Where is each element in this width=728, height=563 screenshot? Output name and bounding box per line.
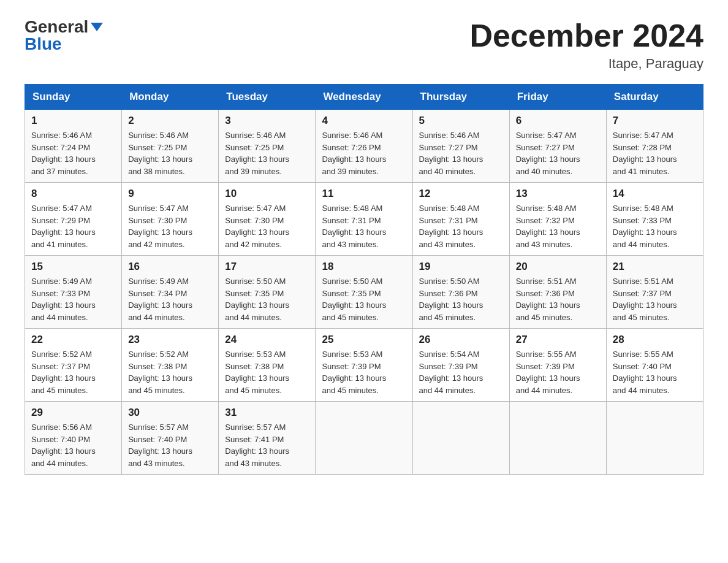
calendar-cell: 27Sunrise: 5:55 AMSunset: 7:39 PMDayligh… [509, 329, 606, 402]
day-number: 21 [613, 261, 697, 273]
day-info: Sunrise: 5:46 AMSunset: 7:27 PMDaylight:… [419, 129, 503, 177]
week-row-3: 15Sunrise: 5:49 AMSunset: 7:33 PMDayligh… [25, 256, 703, 329]
calendar-cell: 18Sunrise: 5:50 AMSunset: 7:35 PMDayligh… [316, 256, 412, 329]
logo-blue-text: Blue [25, 36, 62, 53]
weekday-header-friday: Friday [509, 85, 606, 110]
day-number: 31 [225, 407, 309, 419]
day-number: 6 [516, 115, 600, 127]
calendar-cell: 6Sunrise: 5:47 AMSunset: 7:27 PMDaylight… [509, 110, 606, 183]
day-number: 7 [613, 115, 697, 127]
day-number: 22 [31, 334, 115, 346]
calendar-cell [412, 402, 509, 475]
calendar-cell: 2Sunrise: 5:46 AMSunset: 7:25 PMDaylight… [122, 110, 219, 183]
day-info: Sunrise: 5:46 AMSunset: 7:26 PMDaylight:… [322, 129, 406, 177]
calendar-cell: 12Sunrise: 5:48 AMSunset: 7:31 PMDayligh… [412, 183, 509, 256]
day-number: 23 [128, 334, 212, 346]
day-info: Sunrise: 5:48 AMSunset: 7:33 PMDaylight:… [613, 202, 697, 250]
day-info: Sunrise: 5:52 AMSunset: 7:37 PMDaylight:… [31, 348, 115, 396]
weekday-header-sunday: Sunday [25, 85, 122, 110]
calendar-cell: 19Sunrise: 5:50 AMSunset: 7:36 PMDayligh… [412, 256, 509, 329]
week-row-2: 8Sunrise: 5:47 AMSunset: 7:29 PMDaylight… [25, 183, 703, 256]
day-number: 10 [225, 188, 309, 200]
page-header: General Blue December 2024 Itape, Paragu… [25, 18, 703, 72]
calendar-cell [509, 402, 606, 475]
day-number: 11 [322, 188, 406, 200]
calendar-cell: 16Sunrise: 5:49 AMSunset: 7:34 PMDayligh… [122, 256, 219, 329]
logo-general-text: General [25, 18, 88, 36]
weekday-header-monday: Monday [122, 85, 219, 110]
day-info: Sunrise: 5:47 AMSunset: 7:28 PMDaylight:… [613, 129, 697, 177]
day-info: Sunrise: 5:53 AMSunset: 7:38 PMDaylight:… [225, 348, 309, 396]
day-info: Sunrise: 5:50 AMSunset: 7:35 PMDaylight:… [225, 275, 309, 323]
day-info: Sunrise: 5:51 AMSunset: 7:37 PMDaylight:… [613, 275, 697, 323]
week-row-5: 29Sunrise: 5:56 AMSunset: 7:40 PMDayligh… [25, 402, 703, 475]
day-info: Sunrise: 5:46 AMSunset: 7:25 PMDaylight:… [128, 129, 212, 177]
calendar-cell: 21Sunrise: 5:51 AMSunset: 7:37 PMDayligh… [606, 256, 703, 329]
day-info: Sunrise: 5:56 AMSunset: 7:40 PMDaylight:… [31, 421, 115, 469]
day-info: Sunrise: 5:47 AMSunset: 7:29 PMDaylight:… [31, 202, 115, 250]
day-number: 17 [225, 261, 309, 273]
calendar-cell: 14Sunrise: 5:48 AMSunset: 7:33 PMDayligh… [606, 183, 703, 256]
day-number: 29 [31, 407, 115, 419]
day-number: 20 [516, 261, 600, 273]
day-number: 8 [31, 188, 115, 200]
calendar-cell: 10Sunrise: 5:47 AMSunset: 7:30 PMDayligh… [219, 183, 316, 256]
day-number: 18 [322, 261, 406, 273]
day-number: 30 [128, 407, 212, 419]
calendar-cell: 15Sunrise: 5:49 AMSunset: 7:33 PMDayligh… [25, 256, 122, 329]
calendar-cell: 5Sunrise: 5:46 AMSunset: 7:27 PMDaylight… [412, 110, 509, 183]
weekday-header-saturday: Saturday [606, 85, 703, 110]
day-info: Sunrise: 5:47 AMSunset: 7:27 PMDaylight:… [516, 129, 600, 177]
calendar-cell: 22Sunrise: 5:52 AMSunset: 7:37 PMDayligh… [25, 329, 122, 402]
calendar-table: SundayMondayTuesdayWednesdayThursdayFrid… [25, 84, 703, 475]
logo: General Blue [25, 18, 103, 53]
day-info: Sunrise: 5:55 AMSunset: 7:40 PMDaylight:… [613, 348, 697, 396]
calendar-cell: 24Sunrise: 5:53 AMSunset: 7:38 PMDayligh… [219, 329, 316, 402]
day-info: Sunrise: 5:48 AMSunset: 7:31 PMDaylight:… [322, 202, 406, 250]
day-info: Sunrise: 5:46 AMSunset: 7:25 PMDaylight:… [225, 129, 309, 177]
day-info: Sunrise: 5:49 AMSunset: 7:33 PMDaylight:… [31, 275, 115, 323]
day-number: 24 [225, 334, 309, 346]
day-number: 16 [128, 261, 212, 273]
weekday-header-thursday: Thursday [412, 85, 509, 110]
week-row-1: 1Sunrise: 5:46 AMSunset: 7:24 PMDaylight… [25, 110, 703, 183]
day-info: Sunrise: 5:52 AMSunset: 7:38 PMDaylight:… [128, 348, 212, 396]
day-info: Sunrise: 5:47 AMSunset: 7:30 PMDaylight:… [225, 202, 309, 250]
calendar-cell: 17Sunrise: 5:50 AMSunset: 7:35 PMDayligh… [219, 256, 316, 329]
calendar-cell: 28Sunrise: 5:55 AMSunset: 7:40 PMDayligh… [606, 329, 703, 402]
calendar-cell: 9Sunrise: 5:47 AMSunset: 7:30 PMDaylight… [122, 183, 219, 256]
day-number: 19 [419, 261, 503, 273]
calendar-cell: 3Sunrise: 5:46 AMSunset: 7:25 PMDaylight… [219, 110, 316, 183]
day-number: 13 [516, 188, 600, 200]
day-number: 14 [613, 188, 697, 200]
calendar-cell [316, 402, 412, 475]
calendar-cell: 29Sunrise: 5:56 AMSunset: 7:40 PMDayligh… [25, 402, 122, 475]
calendar-cell: 1Sunrise: 5:46 AMSunset: 7:24 PMDaylight… [25, 110, 122, 183]
calendar-cell: 30Sunrise: 5:57 AMSunset: 7:40 PMDayligh… [122, 402, 219, 475]
day-info: Sunrise: 5:55 AMSunset: 7:39 PMDaylight:… [516, 348, 600, 396]
calendar-cell: 4Sunrise: 5:46 AMSunset: 7:26 PMDaylight… [316, 110, 412, 183]
day-info: Sunrise: 5:51 AMSunset: 7:36 PMDaylight:… [516, 275, 600, 323]
day-number: 27 [516, 334, 600, 346]
calendar-cell: 20Sunrise: 5:51 AMSunset: 7:36 PMDayligh… [509, 256, 606, 329]
calendar-cell: 13Sunrise: 5:48 AMSunset: 7:32 PMDayligh… [509, 183, 606, 256]
header-right: December 2024 Itape, Paraguay [469, 18, 703, 72]
month-title: December 2024 [469, 18, 703, 53]
day-number: 26 [419, 334, 503, 346]
day-number: 15 [31, 261, 115, 273]
calendar-cell: 31Sunrise: 5:57 AMSunset: 7:41 PMDayligh… [219, 402, 316, 475]
location: Itape, Paraguay [469, 56, 703, 72]
calendar-cell: 26Sunrise: 5:54 AMSunset: 7:39 PMDayligh… [412, 329, 509, 402]
day-info: Sunrise: 5:48 AMSunset: 7:31 PMDaylight:… [419, 202, 503, 250]
calendar-cell: 11Sunrise: 5:48 AMSunset: 7:31 PMDayligh… [316, 183, 412, 256]
day-number: 3 [225, 115, 309, 127]
day-number: 25 [322, 334, 406, 346]
day-info: Sunrise: 5:53 AMSunset: 7:39 PMDaylight:… [322, 348, 406, 396]
calendar-cell: 7Sunrise: 5:47 AMSunset: 7:28 PMDaylight… [606, 110, 703, 183]
weekday-header-wednesday: Wednesday [316, 85, 412, 110]
day-number: 5 [419, 115, 503, 127]
day-number: 28 [613, 334, 697, 346]
day-number: 4 [322, 115, 406, 127]
day-info: Sunrise: 5:46 AMSunset: 7:24 PMDaylight:… [31, 129, 115, 177]
calendar-cell [606, 402, 703, 475]
